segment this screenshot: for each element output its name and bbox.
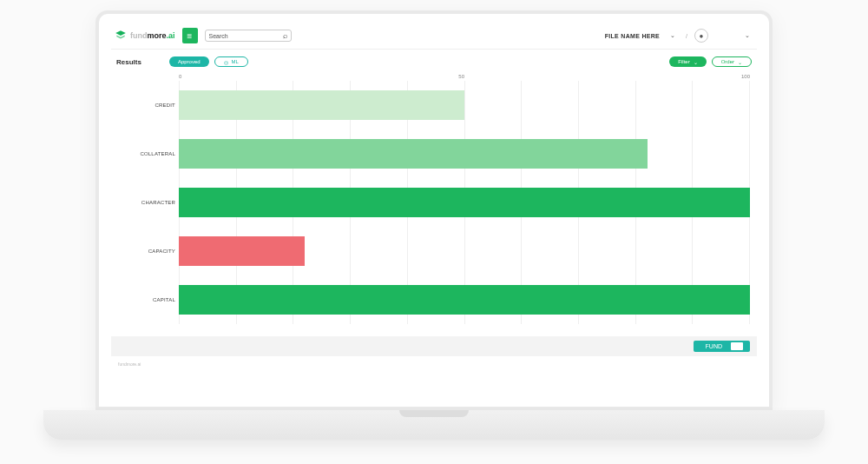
- chart-bar: [179, 139, 648, 169]
- chart-bar: [179, 90, 464, 120]
- chart-row: CAPITAL: [179, 275, 750, 324]
- fund-toggle[interactable]: [731, 342, 743, 350]
- menu-button[interactable]: ≡: [182, 28, 198, 43]
- chart-row-label: CAPACITY: [118, 249, 175, 254]
- search-label: Search: [209, 33, 228, 39]
- order-dropdown[interactable]: Order ⌄: [712, 56, 752, 67]
- chart-row-label: CREDIT: [118, 103, 175, 108]
- target-icon: ◎: [224, 59, 228, 65]
- search-input[interactable]: Search ⌕: [205, 30, 292, 42]
- chart-bar: [179, 285, 750, 315]
- logo-icon: [115, 30, 127, 42]
- ml-filter-button[interactable]: ◎ ML: [214, 56, 248, 67]
- fund-button[interactable]: FUND: [694, 341, 750, 352]
- brand-text: fundmore.ai: [130, 31, 175, 40]
- chart-x-axis: 0 50 100: [118, 74, 750, 79]
- user-avatar[interactable]: ●: [694, 29, 708, 43]
- chart-row: CREDIT: [179, 81, 750, 129]
- chart-row: COLLATERAL: [179, 129, 750, 178]
- chart-bar: [179, 188, 750, 217]
- chevron-down-icon: ⌄: [694, 59, 698, 65]
- chart-row: CHARACTER: [179, 178, 750, 227]
- search-icon: ⌕: [283, 31, 287, 40]
- chart-bar: [179, 236, 305, 266]
- approved-filter-button[interactable]: Approved: [169, 56, 209, 67]
- page-footer: fundmore.ai: [111, 356, 757, 372]
- hamburger-icon: ≡: [187, 31, 193, 41]
- filter-dropdown[interactable]: Filter ⌄: [669, 56, 706, 67]
- user-icon: ●: [700, 32, 704, 40]
- fund-label: FUND: [706, 343, 722, 349]
- chart-row-label: CAPITAL: [118, 297, 175, 302]
- file-name-dropdown[interactable]: ⌄: [667, 32, 679, 39]
- results-chart: 0 50 100 CREDITCOLLATERALCHARACTERCAPACI…: [111, 70, 757, 324]
- divider: /: [686, 33, 687, 39]
- header-more-dropdown[interactable]: ⌄: [741, 32, 753, 39]
- chevron-down-icon: ⌄: [738, 59, 742, 65]
- brand-logo: fundmore.ai: [115, 30, 175, 42]
- page-title: Results: [116, 58, 141, 66]
- file-name-label: FILE NAME HERE: [605, 33, 660, 39]
- chart-row-label: CHARACTER: [118, 200, 175, 205]
- chart-row-label: COLLATERAL: [118, 151, 175, 156]
- chart-row: CAPACITY: [179, 227, 750, 275]
